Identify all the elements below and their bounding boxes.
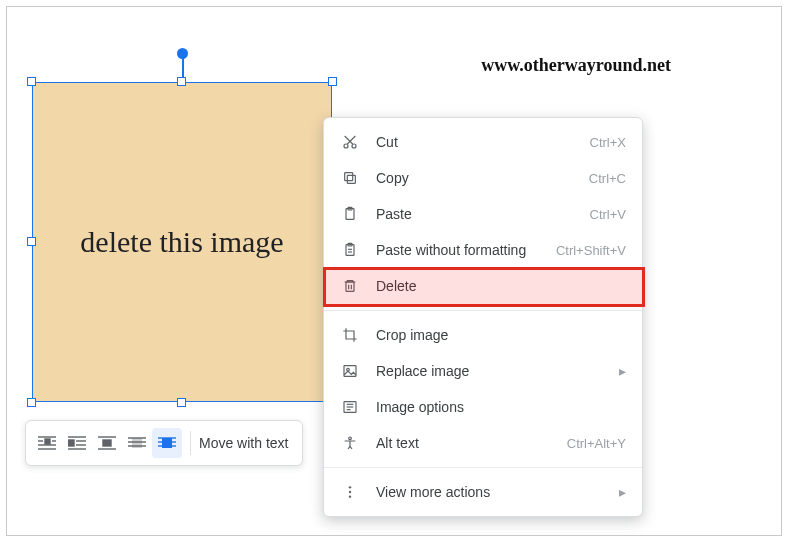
menu-item-label: Cut: [376, 134, 590, 150]
watermark-text: www.otherwayround.net: [481, 55, 671, 76]
cut-icon: [340, 132, 360, 152]
menu-item-image-options[interactable]: Image options: [324, 389, 642, 425]
svg-point-22: [344, 144, 348, 148]
image-options-icon: [340, 397, 360, 417]
app-frame: www.otherwayround.net delete this image: [6, 6, 782, 536]
accessibility-icon: [340, 433, 360, 453]
submenu-arrow-icon: ▸: [619, 363, 626, 379]
resize-handle-top[interactable]: [177, 77, 186, 86]
wrap-behind-button[interactable]: [122, 428, 152, 458]
image-icon: [340, 361, 360, 381]
svg-rect-21: [162, 438, 172, 448]
crop-icon: [340, 325, 360, 345]
resize-handle-left[interactable]: [27, 237, 36, 246]
menu-item-label: Paste: [376, 206, 590, 222]
menu-item-copy[interactable]: Copy Ctrl+C: [324, 160, 642, 196]
menu-item-cut[interactable]: Cut Ctrl+X: [324, 124, 642, 160]
image-caption: delete this image: [80, 225, 283, 259]
menu-item-shortcut: Ctrl+Shift+V: [556, 243, 626, 258]
copy-icon: [340, 168, 360, 188]
svg-rect-34: [346, 282, 354, 291]
menu-item-replace-image[interactable]: Replace image ▸: [324, 353, 642, 389]
menu-item-label: Alt text: [376, 435, 567, 451]
menu-item-shortcut: Ctrl+V: [590, 207, 626, 222]
toolbar-divider: [190, 431, 191, 455]
menu-item-alt-text[interactable]: Alt text Ctrl+Alt+Y: [324, 425, 642, 461]
resize-handle-bottom-left[interactable]: [27, 398, 36, 407]
menu-item-label: Image options: [376, 399, 626, 415]
menu-item-more-actions[interactable]: View more actions ▸: [324, 474, 642, 510]
wrap-front-button[interactable]: [152, 428, 182, 458]
context-menu: Cut Ctrl+X Copy Ctrl+C Paste Ctrl+V Past…: [323, 117, 643, 517]
selected-image[interactable]: delete this image: [32, 82, 332, 402]
menu-item-label: Copy: [376, 170, 589, 186]
svg-rect-37: [344, 366, 356, 377]
menu-item-label: Delete: [376, 278, 626, 294]
menu-item-delete[interactable]: Delete: [324, 268, 642, 304]
paste-plain-icon: [340, 240, 360, 260]
trash-icon: [340, 276, 360, 296]
svg-point-43: [349, 437, 352, 440]
svg-rect-26: [347, 175, 355, 183]
resize-handle-bottom[interactable]: [177, 398, 186, 407]
rotate-handle[interactable]: [177, 48, 188, 59]
resize-handle-top-right[interactable]: [328, 77, 337, 86]
menu-separator: [324, 310, 642, 311]
svg-point-44: [349, 486, 351, 488]
wrap-inline-button[interactable]: [32, 428, 62, 458]
menu-item-label: Crop image: [376, 327, 626, 343]
image-surface[interactable]: delete this image: [32, 82, 332, 402]
svg-point-45: [349, 491, 351, 493]
menu-item-shortcut: Ctrl+Alt+Y: [567, 436, 626, 451]
menu-separator: [324, 467, 642, 468]
submenu-arrow-icon: ▸: [619, 484, 626, 500]
svg-rect-12: [103, 440, 111, 446]
move-with-text-label[interactable]: Move with text: [199, 435, 296, 451]
image-layout-toolbar: Move with text: [25, 420, 303, 466]
menu-item-paste[interactable]: Paste Ctrl+V: [324, 196, 642, 232]
wrap-square-button[interactable]: [62, 428, 92, 458]
svg-rect-7: [68, 440, 74, 446]
svg-point-23: [352, 144, 356, 148]
more-icon: [340, 482, 360, 502]
paste-icon: [340, 204, 360, 224]
svg-point-46: [349, 495, 351, 497]
resize-handle-top-left[interactable]: [27, 77, 36, 86]
svg-rect-27: [345, 173, 353, 181]
menu-item-label: Paste without formatting: [376, 242, 556, 258]
svg-rect-2: [45, 439, 50, 444]
menu-item-paste-no-format[interactable]: Paste without formatting Ctrl+Shift+V: [324, 232, 642, 268]
menu-item-crop[interactable]: Crop image: [324, 317, 642, 353]
menu-item-shortcut: Ctrl+C: [589, 171, 626, 186]
menu-item-label: View more actions: [376, 484, 619, 500]
menu-item-label: Replace image: [376, 363, 619, 379]
menu-item-shortcut: Ctrl+X: [590, 135, 626, 150]
wrap-break-button[interactable]: [92, 428, 122, 458]
